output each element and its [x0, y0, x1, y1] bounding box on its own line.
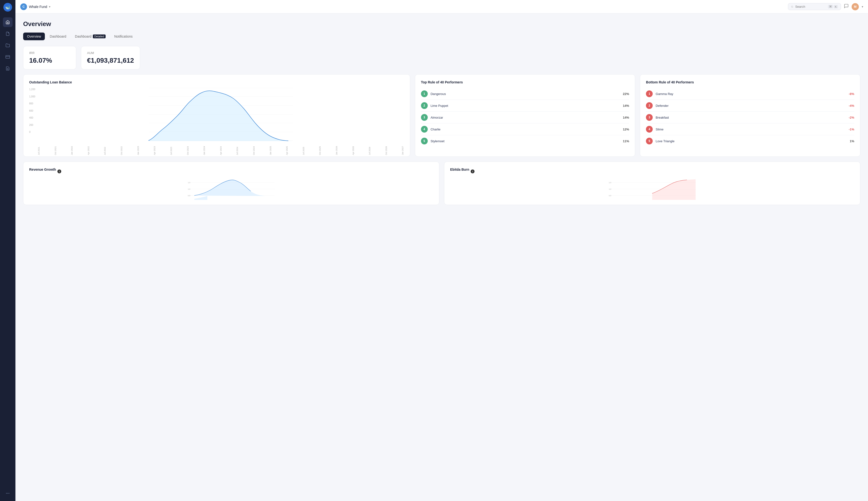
performer-name: Defender: [656, 104, 846, 108]
rank-badge: 3: [421, 114, 428, 121]
sidebar-item-expand[interactable]: [3, 489, 12, 498]
performer-name: Love Triangle: [656, 139, 847, 143]
loan-chart-svg: [37, 88, 404, 141]
tab-dashboard-detailed[interactable]: Dashboard Detailed: [71, 33, 109, 40]
bottom-performers-list: 1 Gamma Ray -8% 2 Defender -4% 3 Breakfa…: [646, 88, 854, 147]
rank-badge: 2: [646, 102, 653, 109]
top-performers-title: Top Rule of 40 Performers: [421, 80, 629, 84]
topbar: C Whale Fund ▾ ⌘ K M ▾: [15, 0, 868, 13]
user-avatar[interactable]: M: [851, 3, 859, 10]
bottom-performers-card: Bottom Rule of 40 Performers 1 Gamma Ray…: [640, 74, 860, 157]
rank-badge: 1: [421, 90, 428, 97]
loan-balance-chart-card: Outstanding Loan Balance 1,200 1,000 800…: [23, 74, 410, 157]
chat-icon[interactable]: [844, 4, 849, 10]
rank-badge: 2: [421, 102, 428, 109]
sidebar-item-reports[interactable]: [3, 64, 12, 73]
content-area: Overview Overview Dashboard Dashboard De…: [15, 13, 868, 501]
app-logo: 🐋: [3, 3, 12, 12]
aum-value: €1,093,871,612: [87, 57, 134, 64]
top-performers-list: 1 Dangerous 22% 2 Lime Puppet 14% 3 Almo…: [421, 88, 629, 147]
performer-name: Charlie: [431, 128, 620, 131]
ebitda-burn-card: Ebitda Burn i 1.5 1.0 0.5: [444, 161, 860, 205]
irr-value: 16.07%: [29, 57, 70, 64]
performer-value: 14%: [623, 104, 629, 108]
svg-text:1.0: 1.0: [609, 188, 611, 190]
performer-name: Stylemoet: [431, 139, 620, 143]
tab-detailed-badge: Detailed: [93, 34, 105, 38]
loan-chart-title: Outstanding Loan Balance: [29, 80, 404, 84]
rank-badge: 1: [646, 90, 653, 97]
aum-label: AUM: [87, 51, 134, 55]
performer-name: Gamma Ray: [656, 92, 846, 96]
performer-value: 1%: [850, 139, 854, 143]
list-item: 1 Gamma Ray -8%: [646, 88, 854, 100]
bottom-performers-title: Bottom Rule of 40 Performers: [646, 80, 854, 84]
shortcut-key1: ⌘: [828, 5, 833, 9]
chevron-down-icon: ▾: [49, 5, 50, 9]
performer-value: 22%: [623, 92, 629, 96]
revenue-growth-card: Revenue Growth i 1.5 1.0 0.5: [23, 161, 439, 205]
search-input[interactable]: [795, 5, 826, 9]
svg-text:0.5: 0.5: [188, 194, 190, 197]
svg-point-7: [791, 6, 793, 7]
list-item: 2 Defender -4%: [646, 100, 854, 111]
svg-text:0.5: 0.5: [609, 194, 611, 197]
bottom-charts-row: Revenue Growth i 1.5 1.0 0.5 Ebitd: [23, 161, 860, 205]
sidebar: 🐋: [0, 0, 15, 501]
tab-notifications[interactable]: Notifications: [110, 33, 137, 40]
tab-overview[interactable]: Overview: [23, 33, 45, 40]
sidebar-item-home[interactable]: [3, 17, 12, 27]
performer-value: -8%: [849, 92, 854, 96]
svg-text:1.5: 1.5: [188, 182, 190, 184]
list-item: 4 Charlie 12%: [421, 124, 629, 135]
sidebar-item-documents[interactable]: [3, 29, 12, 39]
revenue-growth-chart: 1.5 1.0 0.5: [29, 178, 433, 200]
rank-badge: 4: [646, 126, 653, 132]
svg-text:1.0: 1.0: [188, 188, 190, 190]
svg-point-6: [6, 493, 7, 493]
list-item: 1 Dangerous 22%: [421, 88, 629, 100]
page-title: Overview: [23, 20, 860, 28]
sidebar-item-payments[interactable]: [3, 52, 12, 62]
ebitda-burn-title: Ebitda Burn: [450, 168, 469, 171]
charts-row: Outstanding Loan Balance 1,200 1,000 800…: [23, 74, 860, 157]
rank-badge: 3: [646, 114, 653, 121]
svg-point-4: [8, 493, 8, 493]
search-icon: [791, 5, 793, 9]
performer-name: Lime Puppet: [431, 104, 620, 108]
performer-name: Slime: [656, 128, 846, 131]
list-item: 3 Breakfast -2%: [646, 111, 854, 124]
svg-rect-0: [6, 55, 10, 58]
performer-name: Almorzar: [431, 116, 620, 119]
y-axis-labels: 1,200 1,000 800 600 400 200 0: [29, 88, 36, 141]
svg-line-8: [793, 7, 793, 8]
performer-value: 14%: [623, 116, 629, 119]
performer-value: -2%: [849, 116, 854, 119]
list-item: 2 Lime Puppet 14%: [421, 100, 629, 111]
tab-dashboard[interactable]: Dashboard: [46, 33, 70, 40]
search-bar[interactable]: ⌘ K: [788, 3, 841, 10]
performer-name: Breakfast: [656, 116, 846, 119]
revenue-info-icon: i: [57, 170, 61, 173]
irr-label: IRR: [29, 51, 70, 55]
metrics-row: IRR 16.07% AUM €1,093,871,612: [23, 46, 860, 70]
svg-text:1.5: 1.5: [609, 182, 611, 184]
rank-badge: 5: [646, 138, 653, 145]
tab-bar: Overview Dashboard Dashboard Detailed No…: [23, 33, 860, 40]
ebitda-info-icon: i: [471, 170, 474, 173]
sidebar-item-folder[interactable]: [3, 41, 12, 50]
performer-value: -1%: [849, 128, 854, 131]
performer-value: 11%: [623, 139, 629, 143]
performer-value: 12%: [623, 128, 629, 131]
list-item: 5 Love Triangle 1%: [646, 135, 854, 147]
revenue-growth-title: Revenue Growth: [29, 168, 56, 171]
fund-selector[interactable]: C Whale Fund ▾: [20, 3, 50, 10]
main-area: C Whale Fund ▾ ⌘ K M ▾ Overview Overview…: [15, 0, 868, 501]
user-chevron-icon[interactable]: ▾: [862, 5, 863, 9]
list-item: 5 Stylemoet 11%: [421, 135, 629, 147]
list-item: 4 Slime -1%: [646, 124, 854, 135]
fund-name: Whale Fund: [29, 5, 47, 9]
performer-name: Dangerous: [431, 92, 620, 96]
topbar-actions: M ▾: [844, 3, 863, 10]
performer-value: -4%: [849, 104, 854, 108]
